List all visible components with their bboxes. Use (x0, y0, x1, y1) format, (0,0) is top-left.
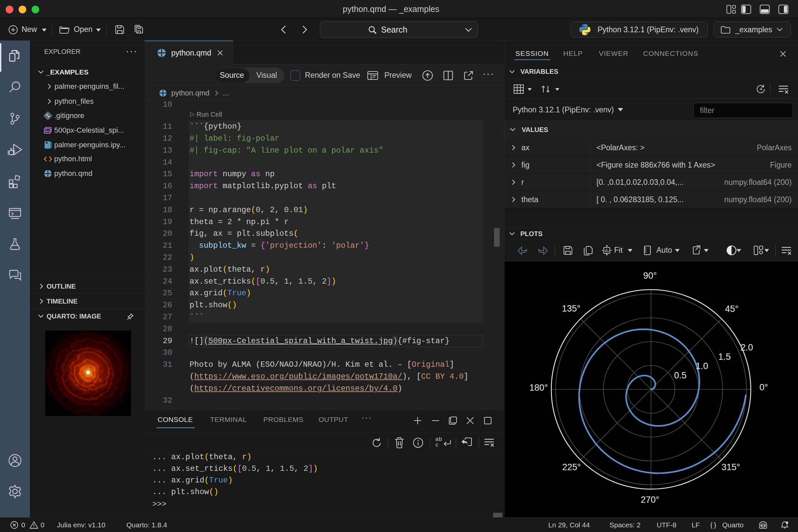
svg-text:2.0: 2.0 (740, 342, 753, 353)
svg-text:0.5: 0.5 (674, 370, 687, 380)
svg-text:180°: 180° (529, 383, 548, 393)
svg-text:0°: 0° (759, 382, 768, 392)
svg-text:90°: 90° (643, 271, 657, 281)
svg-text:1.0: 1.0 (696, 361, 708, 371)
svg-text:45°: 45° (725, 304, 739, 314)
svg-text:315°: 315° (722, 462, 740, 472)
svg-text:270°: 270° (641, 495, 659, 505)
svg-text:225°: 225° (562, 462, 581, 472)
svg-text:135°: 135° (562, 304, 581, 314)
svg-text:1.5: 1.5 (718, 352, 731, 362)
